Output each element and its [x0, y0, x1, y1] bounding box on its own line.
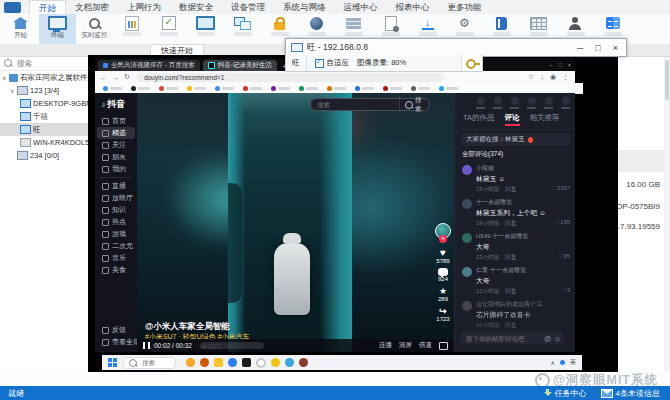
bookmark-item[interactable]	[187, 86, 206, 91]
tree-search-input[interactable]	[15, 58, 79, 69]
bookmark-item[interactable]	[215, 86, 234, 91]
browser-close-button[interactable]: ×	[568, 62, 571, 68]
douyin-nav-trending[interactable]: 热点	[95, 216, 137, 228]
menu-tab-doc-encrypt[interactable]: 文档加密	[66, 0, 118, 14]
viewer-close-button[interactable]: ×	[613, 43, 618, 53]
viewer-minimize-button[interactable]: ─	[577, 43, 583, 53]
tab-author-works[interactable]: TA的作品	[463, 113, 495, 126]
bookmark-item[interactable]	[327, 86, 346, 91]
bookmark-item[interactable]	[355, 86, 374, 91]
hot-search-row[interactable]: 大家都在搜：林黛玉	[461, 133, 570, 146]
bookmark-item[interactable]	[299, 86, 318, 91]
bookmark-item[interactable]	[243, 86, 262, 91]
taskbar-app-icon[interactable]	[299, 358, 308, 367]
browser-menu-icon[interactable]: ⋮	[562, 73, 569, 81]
tray-app-icon[interactable]	[560, 360, 565, 365]
ribbon-button-terminal[interactable]: 终端	[39, 14, 76, 45]
tree-item-win-kr4kdol5913[interactable]: WIN-KR4KDOL5913	[0, 136, 88, 149]
douyin-nav-food[interactable]: 美食	[95, 264, 137, 276]
menu-tab-more[interactable]: 更多功能	[439, 0, 491, 14]
douyin-nav-games[interactable]: 游戏	[95, 228, 137, 240]
start-button-icon[interactable]	[108, 358, 117, 367]
bookmark-item[interactable]	[159, 86, 178, 91]
comment-icon[interactable]	[438, 268, 448, 276]
url-field[interactable]: douyin.com/?recommend=1	[136, 73, 444, 82]
menu-tab-device-mgmt[interactable]: 设备管理	[222, 0, 274, 14]
downloads-icon[interactable]: ↓	[540, 73, 544, 81]
douyin-nav-feedback[interactable]: 反馈	[95, 324, 137, 336]
tree-item-wang[interactable]: 旺	[0, 123, 88, 136]
fit-to-window-label[interactable]: 自适应	[327, 58, 350, 68]
browser-minimize-button[interactable]: –	[549, 62, 552, 68]
upload-icon[interactable]	[476, 97, 485, 109]
menu-tab-home[interactable]: 开始	[29, 0, 66, 15]
tree-item-company[interactable]: ∨石家庄同家之展软件开发有限	[0, 71, 88, 84]
commenter-avatar[interactable]	[462, 233, 472, 243]
menu-tab-report-center[interactable]: 报表中心	[387, 0, 439, 14]
tree-item-qianxi[interactable]: 千禧	[0, 110, 88, 123]
clear-screen-toggle[interactable]: 清屏	[399, 341, 412, 350]
mention-icon[interactable]: @	[544, 335, 551, 342]
douyin-search-bar[interactable]: 搜索	[310, 98, 430, 111]
bookmark-item[interactable]	[271, 86, 290, 91]
speed-button[interactable]: 倍速	[419, 341, 432, 350]
bookmark-item[interactable]	[411, 86, 430, 91]
fullscreen-icon[interactable]	[439, 342, 448, 350]
comment-like-button[interactable]: ♡195	[555, 219, 570, 228]
viewer-maximize-button[interactable]: □	[595, 43, 600, 53]
taskbar-app-icon[interactable]	[228, 358, 237, 367]
profile-icon[interactable]	[561, 97, 570, 109]
ribbon-button-screen-wall[interactable]	[224, 14, 261, 45]
pause-icon[interactable]	[143, 342, 150, 349]
menu-tab-data-security[interactable]: 数据安全	[170, 0, 222, 14]
back-icon[interactable]: ←	[100, 74, 107, 81]
tray-chevron-icon[interactable]: ∧	[551, 359, 555, 366]
douyin-nav-friends[interactable]: 朋友	[95, 151, 137, 163]
comment-input[interactable]	[460, 334, 544, 343]
bookmark-item[interactable]	[383, 86, 402, 91]
next-video-pill[interactable]	[200, 342, 264, 349]
taskbar-app-icon[interactable]	[271, 358, 280, 367]
unread-messages-button[interactable]: 4条未读信息	[601, 388, 660, 399]
tree-item-desktop-9gbna80[interactable]: DESKTOP-9GBNA80	[0, 97, 88, 110]
input-language-indicator[interactable]: 英	[570, 358, 576, 367]
comment-like-button[interactable]: ♡3	[562, 287, 570, 296]
comment-input-bar[interactable]: @ ☺	[460, 332, 564, 344]
taskbar-search[interactable]	[123, 357, 176, 369]
browser-tab[interactable]: 全民高清视频保存 - 百度搜索	[98, 60, 200, 71]
tree-search[interactable]	[0, 56, 88, 71]
taskbar-app-icon[interactable]	[285, 358, 294, 367]
app-menu-icon[interactable]	[4, 2, 21, 13]
commenter-avatar[interactable]	[462, 199, 472, 209]
menu-tab-web-behavior[interactable]: 上网行为	[118, 0, 170, 14]
bookmark-star-icon[interactable]: ☆	[528, 73, 534, 81]
ribbon-button-live-monitor[interactable]: 实时监控	[76, 14, 113, 45]
menu-tab-system-network[interactable]: 系统与网络	[274, 0, 335, 14]
douyin-nav-knowledge[interactable]: 知识	[95, 204, 137, 216]
taskbar-app-icon[interactable]	[214, 358, 223, 367]
bookmark-item[interactable]	[439, 86, 458, 91]
favorite-icon[interactable]: ★	[433, 286, 453, 296]
taskbar-app-icon[interactable]	[186, 358, 195, 367]
video-player-area[interactable]: @小米人车家全局智能 #小米SU7 · 轻型U绿色 #小米汽车 相关搜索：小米S…	[137, 93, 454, 352]
douyin-nav-anime[interactable]: 二次元	[95, 240, 137, 252]
shortcut-icon[interactable]	[510, 97, 519, 109]
ribbon-button-home[interactable]: 开始	[2, 14, 39, 45]
menu-tab-ops-center[interactable]: 运维中心	[335, 0, 387, 14]
commenter-avatar[interactable]	[462, 301, 472, 311]
douyin-search-button[interactable]: 搜索	[399, 96, 429, 114]
comment-like-button[interactable]: ♡2357	[552, 185, 570, 194]
autoplay-toggle[interactable]: 连播	[379, 341, 392, 350]
douyin-nav-live[interactable]: 直播	[95, 180, 137, 192]
viewer-session-tab[interactable]: 旺	[286, 55, 307, 71]
taskbar-search-input[interactable]	[140, 358, 170, 367]
douyin-nav-featured[interactable]: 精选	[97, 127, 135, 139]
share-icon[interactable]: ↪	[433, 306, 453, 316]
forward-icon[interactable]: →	[112, 74, 119, 81]
emoji-icon[interactable]: ☺	[554, 335, 561, 342]
douyin-nav-mine[interactable]: 我的	[95, 163, 137, 175]
bookmark-item[interactable]	[103, 86, 122, 91]
bookmark-item[interactable]	[131, 86, 150, 91]
douyin-search-input[interactable]	[311, 100, 399, 109]
ribbon-button-report[interactable]	[113, 14, 150, 45]
